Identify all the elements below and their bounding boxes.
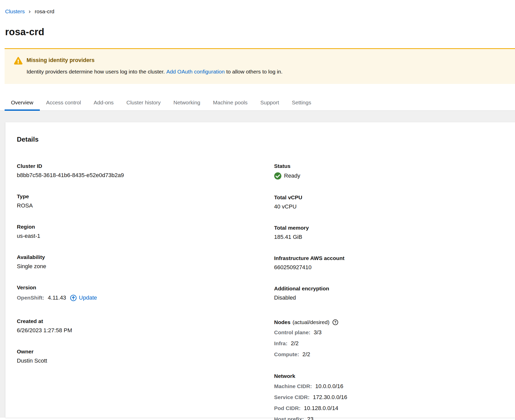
nodes-label: Nodes [274,318,290,327]
owner-label: Owner [17,347,274,356]
tab-cluster-history[interactable]: Cluster history [120,96,167,110]
machine-cidr-label: Machine CIDR: [274,381,312,392]
compute-label: Compute: [274,349,299,360]
type-label: Type [17,192,274,201]
network-header: Network [274,372,504,381]
nodes-row-compute: Compute: 2/2 [274,349,504,360]
control-plane-label: Control plane: [274,327,310,338]
detail-group-created-at: Created at 6/26/2023 1:27:58 PM [17,317,274,335]
cluster-id-label: Cluster ID [17,162,274,171]
cluster-id-value: b8bb7c58-3618-41b6-8435-e52e0d73b2a9 [17,171,274,180]
infra-label: Infra: [274,338,288,349]
detail-group-network: Network Machine CIDR: 10.0.0.0/16 Servic… [274,372,504,420]
details-heading: Details [17,135,504,144]
nodes-help-icon[interactable]: ? [333,319,338,325]
openshift-label: OpenShift: [17,295,44,301]
availability-label: Availability [17,253,274,262]
compute-value: 2/2 [302,349,310,360]
machine-cidr-value: 10.0.0.0/16 [315,381,343,392]
network-row-service-cidr: Service CIDR: 172.30.0.0/16 [274,392,504,403]
detail-group-aws-account: Infrastructure AWS account 660250927410 [274,254,504,272]
update-link-label: Update [79,294,97,301]
type-value: ROSA [17,201,274,210]
version-row: OpenShift: 4.11.43 Update [17,292,274,303]
total-memory-value: 185.41 GiB [274,232,504,242]
total-vcpu-label: Total vCPU [274,193,504,202]
detail-group-total-memory: Total memory 185.41 GiB [274,223,504,242]
warning-alert: Missing identity providers Identity prov… [5,48,515,84]
detail-group-version: Version OpenShift: 4.11.43 Update [17,283,274,303]
cluster-tabs: Overview Access control Add-ons Cluster … [0,96,515,111]
infra-value: 2/2 [291,338,299,349]
detail-group-type: Type ROSA [17,192,274,210]
tab-add-ons[interactable]: Add-ons [87,96,120,110]
total-vcpu-value: 40 vCPU [274,202,504,211]
upgrade-icon [70,294,77,301]
tab-support[interactable]: Support [254,96,286,110]
breadcrumb-divider-icon [28,10,31,14]
alert-text-before: Identity providers determine how users l… [27,69,165,75]
alert-description: Identity providers determine how users l… [27,68,283,75]
created-at-value: 6/26/2023 1:27:58 PM [17,326,274,335]
alert-text-after: to allow others to log in. [226,69,283,75]
service-cidr-label: Service CIDR: [274,392,310,403]
breadcrumb-link-clusters[interactable]: Clusters [5,8,25,15]
breadcrumb: Clusters rosa-crd [0,0,515,15]
total-memory-label: Total memory [274,223,504,232]
created-at-label: Created at [17,317,274,326]
details-grid: Cluster ID b8bb7c58-3618-41b6-8435-e52e0… [17,162,504,420]
nodes-sublabel: (actual/desired) [292,318,329,327]
status-label: Status [274,162,504,171]
check-circle-icon [274,172,281,180]
network-row-pod-cidr: Pod CIDR: 10.128.0.0/14 [274,403,504,414]
detail-group-cluster-id: Cluster ID b8bb7c58-3618-41b6-8435-e52e0… [17,162,274,180]
tab-machine-pools[interactable]: Machine pools [207,96,254,110]
breadcrumb-current: rosa-crd [35,8,54,15]
encryption-label: Additional encryption [274,284,504,293]
details-card: Details Cluster ID b8bb7c58-3618-41b6-84… [5,122,515,418]
details-left-column: Cluster ID b8bb7c58-3618-41b6-8435-e52e0… [17,162,274,377]
region-value: us-east-1 [17,231,274,241]
detail-group-owner: Owner Dustin Scott [17,347,274,365]
aws-account-label: Infrastructure AWS account [274,254,504,263]
warning-triangle-icon [14,57,22,75]
pod-cidr-label: Pod CIDR: [274,403,301,414]
network-row-host-prefix: Host prefix: 23 [274,414,504,420]
tab-networking[interactable]: Networking [167,96,207,110]
detail-group-region: Region us-east-1 [17,222,274,241]
aws-account-value: 660250927410 [274,263,504,272]
nodes-header: Nodes (actual/desired) ? [274,318,504,327]
tab-access-control[interactable]: Access control [40,96,88,110]
pod-cidr-value: 10.128.0.0/14 [304,403,338,414]
add-oauth-configuration-link[interactable]: Add OAuth configuration [166,69,225,75]
network-row-machine-cidr: Machine CIDR: 10.0.0.0/16 [274,381,504,392]
detail-group-encryption: Additional encryption Disabled [274,284,504,302]
region-label: Region [17,222,274,231]
service-cidr-value: 172.30.0.0/16 [313,392,347,403]
encryption-value: Disabled [274,293,504,302]
status-value: Ready [284,172,300,179]
detail-group-total-vcpu: Total vCPU 40 vCPU [274,193,504,211]
page-title: rosa-crd [5,26,510,38]
detail-group-nodes: Nodes (actual/desired) ? Control plane: … [274,318,504,360]
nodes-row-infra: Infra: 2/2 [274,338,504,349]
network-label: Network [274,372,295,381]
detail-group-availability: Availability Single zone [17,253,274,271]
nodes-row-control-plane: Control plane: 3/3 [274,327,504,338]
status-row: Ready [274,171,504,181]
update-link[interactable]: Update [70,294,97,301]
alert-title: Missing identity providers [27,57,283,64]
tab-settings[interactable]: Settings [286,96,318,110]
control-plane-value: 3/3 [314,327,322,338]
openshift-version-value: 4.11.43 [48,294,66,301]
overview-section: Details Cluster ID b8bb7c58-3618-41b6-84… [0,111,515,418]
owner-value: Dustin Scott [17,356,274,365]
tab-overview[interactable]: Overview [5,96,40,110]
alert-content: Missing identity providers Identity prov… [27,57,283,75]
details-right-column: Status Ready Total vCPU 40 vCPU Total me… [274,162,504,420]
detail-group-status: Status Ready [274,162,504,181]
host-prefix-label: Host prefix: [274,414,304,420]
availability-value: Single zone [17,262,274,271]
host-prefix-value: 23 [307,414,313,420]
version-label: Version [17,283,274,292]
